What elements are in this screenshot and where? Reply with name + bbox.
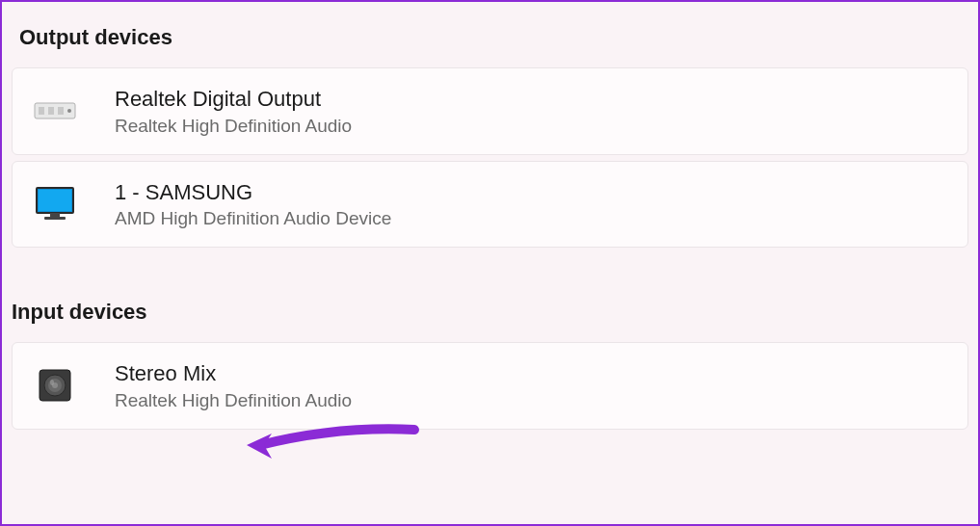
svg-rect-1 xyxy=(39,107,44,115)
audio-device-icon xyxy=(26,87,84,135)
svg-rect-2 xyxy=(48,107,54,115)
device-subtitle: AMD High Definition Audio Device xyxy=(115,208,391,229)
device-text-samsung: 1 - SAMSUNG AMD High Definition Audio De… xyxy=(115,179,391,230)
input-device-stereo-mix[interactable]: Stereo Mix Realtek High Definition Audio xyxy=(12,342,968,430)
svg-point-13 xyxy=(50,380,54,385)
device-title: Realtek Digital Output xyxy=(115,86,352,114)
device-title: 1 - SAMSUNG xyxy=(115,179,391,207)
svg-rect-3 xyxy=(58,107,64,115)
output-device-samsung[interactable]: 1 - SAMSUNG AMD High Definition Audio De… xyxy=(12,161,968,249)
device-title: Stereo Mix xyxy=(115,360,352,388)
device-text-realtek: Realtek Digital Output Realtek High Defi… xyxy=(115,86,352,137)
device-subtitle: Realtek High Definition Audio xyxy=(115,116,352,137)
input-devices-header: Input devices xyxy=(2,253,978,338)
output-device-realtek[interactable]: Realtek Digital Output Realtek High Defi… xyxy=(12,67,968,155)
svg-point-4 xyxy=(67,109,71,113)
device-text-stereo-mix: Stereo Mix Realtek High Definition Audio xyxy=(115,360,352,411)
output-devices-header: Output devices xyxy=(2,2,978,64)
svg-rect-7 xyxy=(50,213,60,217)
svg-rect-8 xyxy=(44,217,66,220)
svg-rect-6 xyxy=(39,190,71,211)
monitor-icon xyxy=(26,180,84,228)
speaker-icon xyxy=(26,361,84,409)
device-subtitle: Realtek High Definition Audio xyxy=(115,390,352,411)
